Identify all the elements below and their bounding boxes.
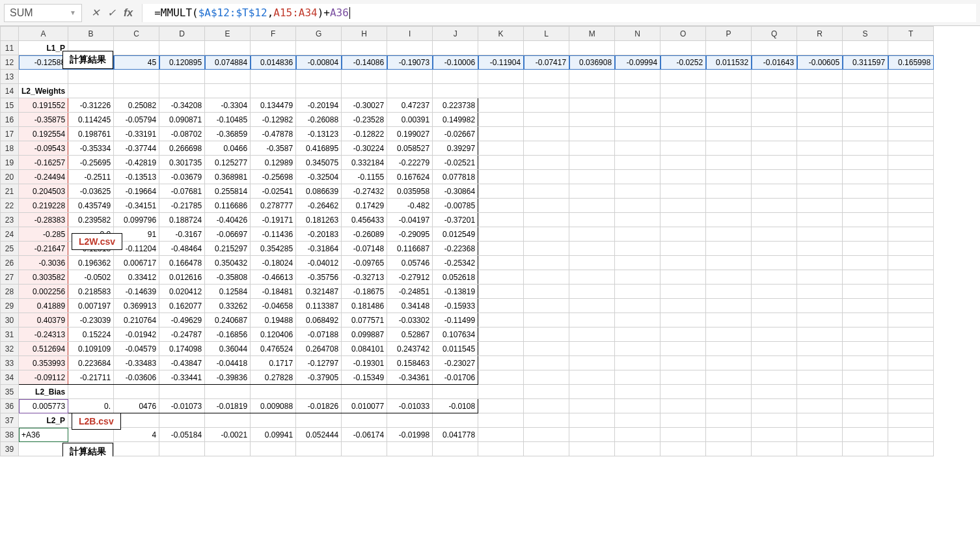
cell-A23[interactable]: -0.28383 [19,213,68,227]
cell-J17[interactable]: -0.02667 [433,127,478,141]
cell-K15[interactable] [478,98,524,113]
cell-L13[interactable] [524,70,569,84]
cell-I19[interactable]: -0.22279 [387,156,433,170]
cell-P16[interactable] [706,113,752,127]
cell-L21[interactable] [524,184,569,199]
cell-L38[interactable] [524,428,569,442]
cell-P13[interactable] [706,70,752,84]
cell-S20[interactable] [843,170,888,184]
cell-S22[interactable] [843,199,888,213]
cell-F12[interactable]: 0.014836 [251,55,296,70]
cell-M23[interactable] [569,213,615,227]
cell-M22[interactable] [569,199,615,213]
cell-L15[interactable] [524,98,569,113]
cell-F39[interactable] [251,442,296,456]
row-header-34[interactable]: 34 [1,370,19,385]
cell-G28[interactable]: 0.321487 [296,285,342,299]
cell-B34[interactable]: -0.21711 [68,370,114,385]
cell-L33[interactable] [524,356,569,370]
cell-E38[interactable]: -0.0021 [205,428,251,442]
cell-L37[interactable] [524,413,569,428]
cell-K32[interactable] [478,342,524,356]
row-header-14[interactable]: 14 [1,84,19,98]
cell-Q32[interactable] [752,342,797,356]
cell-K36[interactable] [478,399,524,413]
cell-P32[interactable] [706,342,752,356]
cell-B27[interactable]: -0.0502 [68,270,114,285]
cell-C17[interactable]: -0.33191 [114,127,159,141]
spreadsheet-grid[interactable]: ABCDEFGHIJKLMNOPQRST11L1_P12-0.12588450.… [0,26,980,456]
cell-D23[interactable]: 0.188724 [159,213,205,227]
cell-A25[interactable]: -0.21647 [19,242,68,256]
cell-Q15[interactable] [752,98,797,113]
cell-K38[interactable] [478,428,524,442]
cell-R13[interactable] [797,70,843,84]
cell-E35[interactable] [205,385,251,399]
cell-S21[interactable] [843,184,888,199]
cell-C12[interactable]: 45 [114,55,159,70]
cell-P31[interactable] [706,327,752,342]
cell-F21[interactable]: -0.02541 [251,184,296,199]
cell-N31[interactable] [615,327,660,342]
cell-O23[interactable] [660,213,706,227]
cell-P19[interactable] [706,156,752,170]
formula-input[interactable]: =MMULT($A$12:$T$12,A15:A34)+A36 [142,4,976,22]
cell-P25[interactable] [706,242,752,256]
cell-P24[interactable] [706,227,752,242]
cell-T25[interactable] [888,242,934,256]
cell-F26[interactable]: -0.18024 [251,256,296,270]
row-header-16[interactable]: 16 [1,113,19,127]
cell-P20[interactable] [706,170,752,184]
cell-M34[interactable] [569,370,615,385]
cell-D32[interactable]: 0.174098 [159,342,205,356]
cell-G39[interactable] [296,442,342,456]
cell-A35[interactable]: L2_Bias [19,385,68,399]
cell-H14[interactable] [342,84,387,98]
cell-G38[interactable]: 0.052444 [296,428,342,442]
cell-I12[interactable]: -0.19073 [387,55,433,70]
cell-E32[interactable]: 0.36044 [205,342,251,356]
cell-R26[interactable] [797,256,843,270]
cell-E13[interactable] [205,70,251,84]
cell-G37[interactable] [296,413,342,428]
cell-J15[interactable]: 0.223738 [433,98,478,113]
cell-A34[interactable]: -0.09112 [19,370,68,385]
cell-T18[interactable] [888,141,934,156]
cell-A27[interactable]: 0.303582 [19,270,68,285]
cell-C14[interactable] [114,84,159,98]
cell-K29[interactable] [478,299,524,313]
cell-F37[interactable] [251,413,296,428]
cell-M32[interactable] [569,342,615,356]
cell-F25[interactable]: 0.354285 [251,242,296,256]
cell-G30[interactable]: 0.068492 [296,313,342,327]
cell-B32[interactable]: 0.109109 [68,342,114,356]
cell-P30[interactable] [706,313,752,327]
cell-A28[interactable]: 0.002256 [19,285,68,299]
cell-E25[interactable]: 0.215297 [205,242,251,256]
cell-I39[interactable] [387,442,433,456]
cell-T36[interactable] [888,399,934,413]
cell-J32[interactable]: 0.011545 [433,342,478,356]
cell-R18[interactable] [797,141,843,156]
cell-N38[interactable] [615,428,660,442]
cell-K22[interactable] [478,199,524,213]
cell-T29[interactable] [888,299,934,313]
cell-A12[interactable]: -0.12588 [19,55,68,70]
cell-D36[interactable]: -0.01073 [159,399,205,413]
cell-F11[interactable] [251,41,296,55]
cell-F17[interactable]: -0.47878 [251,127,296,141]
cell-O26[interactable] [660,256,706,270]
cell-E22[interactable]: 0.116686 [205,199,251,213]
cell-T24[interactable] [888,227,934,242]
cell-A15[interactable]: 0.191552 [19,98,68,113]
cell-J19[interactable]: -0.02521 [433,156,478,170]
cell-H37[interactable] [342,413,387,428]
cell-O12[interactable]: -0.0252 [660,55,706,70]
row-header-18[interactable]: 18 [1,141,19,156]
cell-L31[interactable] [524,327,569,342]
cell-K17[interactable] [478,127,524,141]
cell-K13[interactable] [478,70,524,84]
row-header-35[interactable]: 35 [1,385,19,399]
cell-B19[interactable]: -0.25695 [68,156,114,170]
row-header-27[interactable]: 27 [1,270,19,285]
